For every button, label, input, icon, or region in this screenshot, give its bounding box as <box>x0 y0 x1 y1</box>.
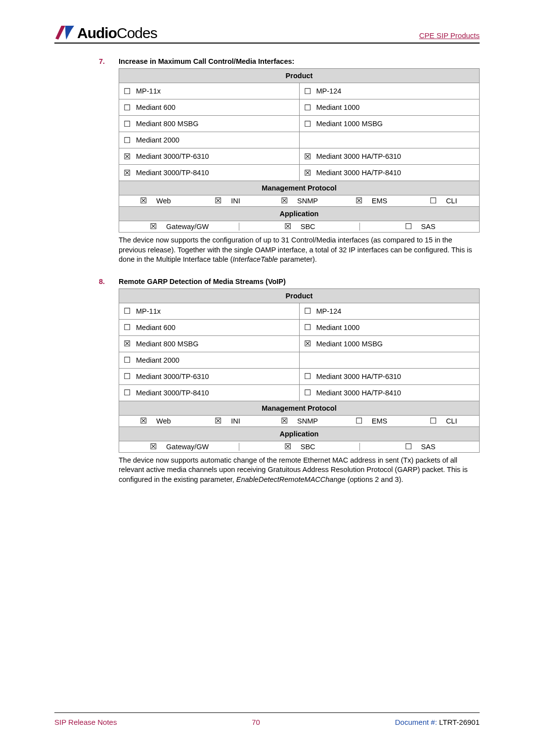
checkbox-icon: ☐ <box>123 356 131 364</box>
item-title: Remote GARP Detection of Media Streams (… <box>119 278 480 285</box>
table-row: ☐Mediant 3000/TP-8410 ☐Mediant 3000 HA/T… <box>119 384 480 401</box>
checkbox-icon: ☐ <box>123 104 131 112</box>
checkbox-icon: ☒ <box>355 197 363 205</box>
checkbox-icon: ☐ <box>123 88 131 95</box>
checkbox-icon: ☐ <box>304 88 312 95</box>
item-number: 7. <box>99 57 119 275</box>
checkbox-icon: ☒ <box>149 443 157 451</box>
list-item: 7. Increase in Maximum Call Control/Medi… <box>99 57 480 275</box>
checkbox-icon: ☐ <box>304 307 312 315</box>
table-row: ☒Mediant 3000/TP-6310 ☒Mediant 3000 HA/T… <box>119 148 480 165</box>
checkbox-icon: ☐ <box>123 389 131 397</box>
checkbox-icon: ☐ <box>429 197 437 205</box>
checkbox-icon: ☒ <box>214 417 222 425</box>
item-description: The device now supports automatic change… <box>119 456 480 485</box>
table-row: ☐MP-11x ☐MP-124 <box>119 83 480 99</box>
page-header: AudioCodes CPE SIP Products <box>54 25 480 44</box>
table-header-management: Management Protocol <box>119 401 480 415</box>
checkbox-icon: ☒ <box>139 197 147 205</box>
logo-icon <box>54 25 75 42</box>
table-header-application: Application <box>119 426 480 441</box>
list-item: 8. Remote GARP Detection of Media Stream… <box>99 278 480 495</box>
checkbox-icon: ☐ <box>304 389 312 397</box>
checkbox-icon: ☒ <box>284 223 292 231</box>
product-table: Product ☐MP-11x ☐MP-124 ☐Mediant 600 ☐Me… <box>119 288 480 453</box>
brand-logo: AudioCodes <box>54 25 157 42</box>
checkbox-icon: ☐ <box>123 373 131 380</box>
checkbox-icon: ☐ <box>304 373 312 380</box>
table-row: ☐Mediant 3000/TP-6310 ☐Mediant 3000 HA/T… <box>119 368 480 384</box>
checkbox-icon: ☒ <box>280 417 288 425</box>
table-row: ☐MP-11x ☐MP-124 <box>119 303 480 319</box>
checkbox-icon: ☐ <box>123 307 131 315</box>
checkbox-icon: ☐ <box>123 120 131 128</box>
footer-page-number: 70 <box>252 718 260 726</box>
checkbox-icon: ☒ <box>123 169 131 177</box>
checkbox-icon: ☒ <box>123 153 131 161</box>
checkbox-icon: ☐ <box>123 324 131 331</box>
checkbox-icon: ☐ <box>404 223 412 231</box>
checkbox-icon: ☐ <box>304 120 312 128</box>
item-title: Increase in Maximum Call Control/Media I… <box>119 57 480 65</box>
table-header-application: Application <box>119 207 480 221</box>
checkbox-icon: ☒ <box>280 197 288 205</box>
checkbox-icon: ☐ <box>304 324 312 331</box>
table-row: ☒Mediant 3000/TP-8410 ☒Mediant 3000 HA/T… <box>119 165 480 181</box>
application-row: ☒Gateway/GW ☒SBC ☐SAS <box>119 441 480 452</box>
table-row: ☐Mediant 2000 <box>119 352 480 368</box>
checkbox-icon: ☒ <box>139 417 147 425</box>
item-description: The device now supports the configuratio… <box>119 236 480 265</box>
footer-left: SIP Release Notes <box>54 718 117 726</box>
checkbox-icon: ☒ <box>284 443 292 451</box>
checkbox-icon: ☐ <box>404 443 412 451</box>
footer-right: Document #: LTRT-26901 <box>395 718 480 726</box>
checkbox-icon: ☒ <box>304 153 312 161</box>
table-header-product: Product <box>119 69 480 83</box>
checkbox-icon: ☒ <box>149 223 157 231</box>
table-row: ☐Mediant 2000 <box>119 132 480 148</box>
checkbox-icon: ☒ <box>214 197 222 205</box>
table-row: ☐Mediant 800 MSBG ☐Mediant 1000 MSBG <box>119 116 480 132</box>
table-row: ☐Mediant 600 ☐Mediant 1000 <box>119 99 480 116</box>
checkbox-icon: ☐ <box>123 137 131 144</box>
table-header-management: Management Protocol <box>119 181 480 195</box>
checkbox-icon: ☒ <box>123 340 131 348</box>
checkbox-icon: ☐ <box>304 104 312 112</box>
header-product-line: CPE SIP Products <box>419 31 480 42</box>
table-row: ☐Mediant 600 ☐Mediant 1000 <box>119 319 480 335</box>
checkbox-icon: ☒ <box>304 340 312 348</box>
checkbox-icon: ☐ <box>355 417 363 425</box>
checkbox-icon: ☐ <box>429 417 437 425</box>
brand-text: AudioCodes <box>77 25 157 42</box>
table-header-product: Product <box>119 288 480 303</box>
application-row: ☒Gateway/GW ☒SBC ☐SAS <box>119 221 480 233</box>
checkbox-icon: ☒ <box>304 169 312 177</box>
management-row: ☒Web ☒INI ☒SNMP ☒EMS ☐CLI <box>119 195 480 207</box>
table-row: ☒Mediant 800 MSBG ☒Mediant 1000 MSBG <box>119 335 480 352</box>
page-footer: SIP Release Notes 70 Document #: LTRT-26… <box>54 712 480 726</box>
management-row: ☒Web ☒INI ☒SNMP ☐EMS ☐CLI <box>119 415 480 426</box>
item-number: 8. <box>99 278 119 495</box>
product-table: Product ☐MP-11x ☐MP-124 ☐Mediant 600 ☐Me… <box>119 68 480 233</box>
